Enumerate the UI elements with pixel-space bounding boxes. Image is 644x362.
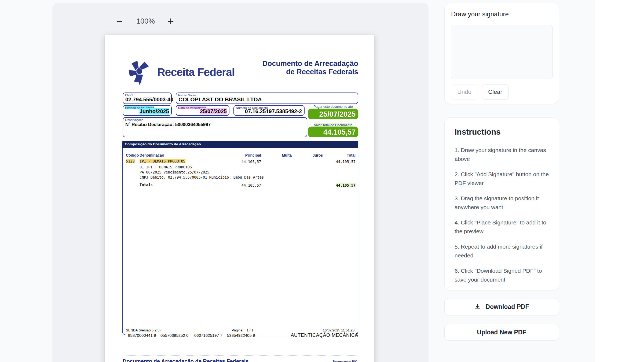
doc-title-line2: de Receitas Federais [262,68,358,76]
barcode-1: 85870000441 9 [128,333,156,338]
pdf-page: Receita Federal Documento de Arrecadação… [105,35,374,362]
instruction-step-1: 1. Draw your signature in the canvas abo… [455,146,549,163]
instruction-step-5: 5. Repeat to add more signatures if need… [455,242,549,260]
zoom-out-button[interactable]: − [115,17,124,26]
download-icon [474,303,481,310]
instruction-step-2: 2. Click "Add Signature" button on the P… [455,170,549,187]
doc-title: Documento de Arrecadação de Receitas Fed… [262,60,358,76]
field-observacoes-label: Observações [125,118,143,121]
col-principal: Principal [245,153,261,157]
totals-label: Totais [140,183,153,187]
doc-footer-version: SENDA (Versão:5.2.5) [126,328,160,332]
field-razao-value: COLOPLAST DO BRASIL LTDA [178,96,262,103]
field-periodo-apuracao: Período de Apuração Junho/2025 [123,105,172,116]
field-cnpj-value: 02.794.555/0003-40 [125,97,173,103]
instructions-title: Instructions [455,127,501,136]
barcode-2: 05570385252 0 [160,333,188,338]
instruction-step-6: 6. Click "Download Signed PDF" to save y… [455,266,549,284]
instruction-step-4: 4. Click "Place Signature" to add it to … [455,218,549,236]
totals-principal: 44.105,57 [241,183,261,187]
field-periodo-value: Junho/2025 [140,108,169,114]
field-observacoes-value: Nº Recibo Declaração: 50000364055997 [125,122,211,127]
brand-text: Receita Federal [157,66,235,79]
composition-table: Código Denominação Principal Multa Juros… [122,148,358,335]
row-principal: 44.105,57 [241,160,261,164]
row-denominacao: IPI - DEMAIS PRODUTOS [140,159,185,163]
row-codigo: 5123 [126,159,135,163]
download-pdf-label: Download PDF [485,303,529,311]
next-page-title: Documento de Arrecadação de Receitas Fed… [123,358,248,362]
barcode-4: 53854922405 9 [227,333,255,338]
field-vencimento-value: 25/07/2025 [200,108,227,114]
col-denominacao: Denominação [140,153,164,157]
undo-button[interactable]: Undo [451,84,478,99]
clear-button[interactable]: Clear [482,84,508,99]
zoom-toolbar: − 100% + [115,14,175,28]
download-pdf-button[interactable]: Download PDF [444,298,559,315]
upload-pdf-label: Upload New PDF [477,329,526,336]
field-data-vencimento: Data de Vencimento 25/07/2025 [176,105,229,116]
barcode-3: 06071625197 7 [194,333,222,338]
col-multa: Multa [282,153,292,157]
doc-footer-page-value: 1 / 1 [247,328,253,332]
receita-federal-logo-icon [123,57,155,90]
field-numero-value: 07.16.25197.5385492-2 [245,108,302,114]
row-total: 44.105,57 [336,160,356,164]
zoom-in-button[interactable]: + [166,17,175,26]
copy-separator [123,356,358,356]
upload-pdf-button[interactable]: Upload New PDF [444,324,559,341]
field-razao-social: Razão Social COLOPLAST DO BRASIL LTDA [176,93,358,104]
row-detail-3: CNPJ Débito: 02.794.555/0005-01 Municípi… [140,175,264,179]
instructions-steps: 1. Draw your signature in the canvas abo… [455,146,549,290]
field-cnpj: CNPJ 02.794.555/0003-40 [123,93,172,104]
signature-card: Draw your signature Undo Clear [444,3,559,104]
pay-until-value: 25/07/2025 [308,109,358,119]
row-detail-2: PA:06/2025 Vencimento:25/07/2025 [140,170,209,174]
total-value: 44.105,57 [308,127,358,137]
signature-canvas[interactable] [451,25,553,79]
doc-footer-page-label: Página: [232,328,243,332]
pix-label: Pague com o PIX [333,360,357,362]
doc-footer-timestamp: 16/07/2025 11:51:28 [323,328,354,332]
signature-title: Draw your signature [451,10,509,18]
row-detail-1: 01 IPI - DEMAIS PRODUTOS [140,165,192,169]
field-observacoes: Observações Nº Recibo Declaração: 500003… [123,117,307,137]
col-juros: Juros [313,153,323,157]
col-codigo: Código [126,153,139,157]
composition-header: Composição do Documento de Arrecadação [122,141,358,148]
col-total: Total [347,153,356,157]
zoom-level: 100% [136,17,155,25]
totals-total: 44.105,57 [336,183,356,187]
instructions-card: Instructions 1. Draw your signature in t… [444,117,559,290]
pay-until-label: Pagar este documento até [308,105,358,109]
field-numero-documento: Número do Documento 07.16.25197.5385492-… [233,105,305,116]
doc-title-line1: Documento de Arrecadação [262,60,358,68]
auth-label: AUTENTICAÇÃO MECÂNICA [291,333,358,338]
instruction-step-3: 3. Drag the signature to position it any… [455,194,549,212]
